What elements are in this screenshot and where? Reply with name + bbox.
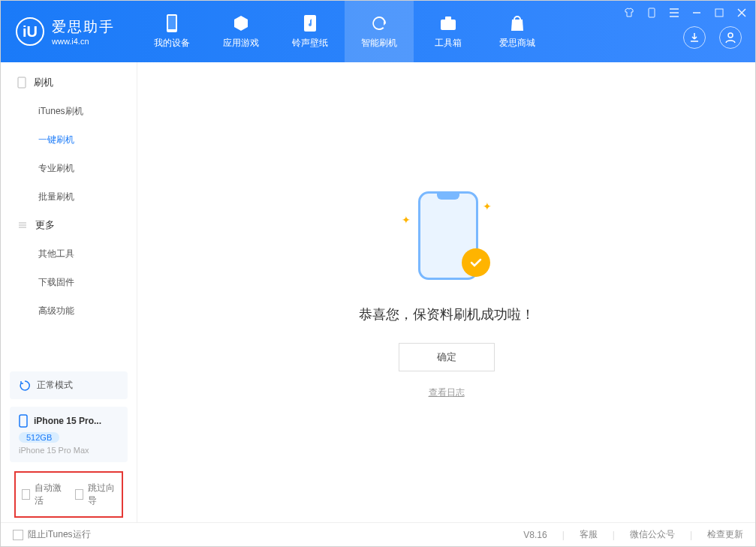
device-card[interactable]: iPhone 15 Pro... 512GB iPhone 15 Pro Max [10, 407, 128, 462]
sidebar-item-advanced[interactable]: 高级功能 [1, 296, 137, 325]
tab-my-device[interactable]: 我的设备 [137, 1, 206, 62]
sync-icon [370, 14, 388, 32]
ok-button[interactable]: 确定 [399, 343, 495, 371]
checkbox-icon [22, 489, 30, 500]
music-icon [301, 14, 319, 32]
view-log-link[interactable]: 查看日志 [429, 386, 465, 399]
toolbox-icon [439, 14, 457, 32]
footer-link-update[interactable]: 检查更新 [707, 528, 743, 541]
refresh-status-icon[interactable] [19, 380, 31, 392]
footer-link-wechat[interactable]: 微信公众号 [630, 528, 675, 541]
sidebar-group-flash[interactable]: 刷机 [1, 68, 137, 97]
window-controls [623, 7, 748, 19]
version-label: V8.16 [523, 530, 547, 540]
check-badge-icon [462, 248, 490, 277]
svg-rect-9 [20, 415, 27, 427]
sidebar-item-batch[interactable]: 批量刷机 [1, 182, 137, 211]
logo-icon: iU [16, 17, 44, 46]
cube-icon [232, 14, 250, 32]
phone-icon [163, 14, 181, 32]
storage-badge: 512GB [19, 432, 59, 443]
svg-rect-8 [18, 77, 26, 88]
footer: 阻止iTunes运行 V8.16 | 客服 | 微信公众号 | 检查更新 [1, 522, 755, 546]
device-model: iPhone 15 Pro Max [19, 446, 119, 455]
more-icon [17, 220, 28, 230]
skin-icon[interactable] [623, 7, 635, 19]
success-message: 恭喜您，保资料刷机成功啦！ [359, 305, 535, 323]
sidebar-item-oneclick[interactable]: 一键刷机 [1, 125, 137, 154]
sidebar-item-firmware[interactable]: 下载固件 [1, 268, 137, 296]
user-icon[interactable] [719, 26, 742, 49]
tab-store[interactable]: 爱思商城 [483, 1, 552, 62]
device-phone-icon [19, 414, 28, 428]
phone-control-icon[interactable] [646, 7, 658, 19]
sidebar-item-pro[interactable]: 专业刷机 [1, 154, 137, 182]
footer-link-support[interactable]: 客服 [580, 528, 598, 541]
tab-flash[interactable]: 智能刷机 [345, 1, 414, 62]
sparkle-icon: ✦ [402, 214, 411, 226]
sidebar-group-more[interactable]: 更多 [1, 211, 137, 239]
svg-point-7 [728, 33, 733, 38]
device-status-card: 正常模式 [10, 371, 128, 399]
svg-rect-5 [649, 8, 655, 17]
menu-icon[interactable] [668, 7, 680, 19]
sidebar-item-tools[interactable]: 其他工具 [1, 239, 137, 268]
main-content: ✦ ✦ 恭喜您，保资料刷机成功啦！ 确定 查看日志 [137, 62, 755, 522]
checkbox-skip-wizard[interactable]: 跳过向导 [75, 482, 116, 507]
app-logo: iU 爱思助手 www.i4.cn [16, 17, 115, 46]
app-header: iU 爱思助手 www.i4.cn 我的设备 应用游戏 铃声壁纸 智能刷机 [1, 1, 755, 62]
success-illustration: ✦ ✦ [402, 185, 492, 290]
options-row: 自动激活 跳过向导 [14, 471, 123, 518]
tab-apps[interactable]: 应用游戏 [206, 1, 276, 62]
tab-toolbox[interactable]: 工具箱 [414, 1, 483, 62]
download-icon[interactable] [683, 26, 706, 49]
tab-ringtones[interactable]: 铃声壁纸 [276, 1, 345, 62]
minimize-icon[interactable] [691, 7, 703, 19]
svg-rect-4 [445, 17, 451, 20]
checkbox-icon [13, 530, 23, 540]
svg-rect-6 [715, 9, 723, 17]
checkbox-auto-activate[interactable]: 自动激活 [22, 482, 63, 507]
svg-rect-3 [441, 20, 456, 30]
checkbox-block-itunes[interactable]: 阻止iTunes运行 [13, 528, 91, 541]
app-title: 爱思助手 [52, 17, 115, 37]
sparkle-icon: ✦ [483, 200, 492, 212]
status-label: 正常模式 [37, 379, 73, 392]
bag-icon [508, 14, 526, 32]
nav-tabs: 我的设备 应用游戏 铃声壁纸 智能刷机 工具箱 爱思商城 [137, 1, 552, 62]
device-icon [17, 77, 26, 89]
maximize-icon[interactable] [713, 7, 725, 19]
close-icon[interactable] [736, 7, 748, 19]
device-name: iPhone 15 Pro... [34, 416, 101, 426]
svg-rect-1 [168, 16, 176, 29]
sidebar-item-itunes[interactable]: iTunes刷机 [1, 97, 137, 125]
sidebar: 刷机 iTunes刷机 一键刷机 专业刷机 批量刷机 更多 其他工具 下载固件 … [1, 62, 137, 522]
checkbox-icon [75, 489, 83, 500]
app-subtitle: www.i4.cn [52, 37, 115, 46]
